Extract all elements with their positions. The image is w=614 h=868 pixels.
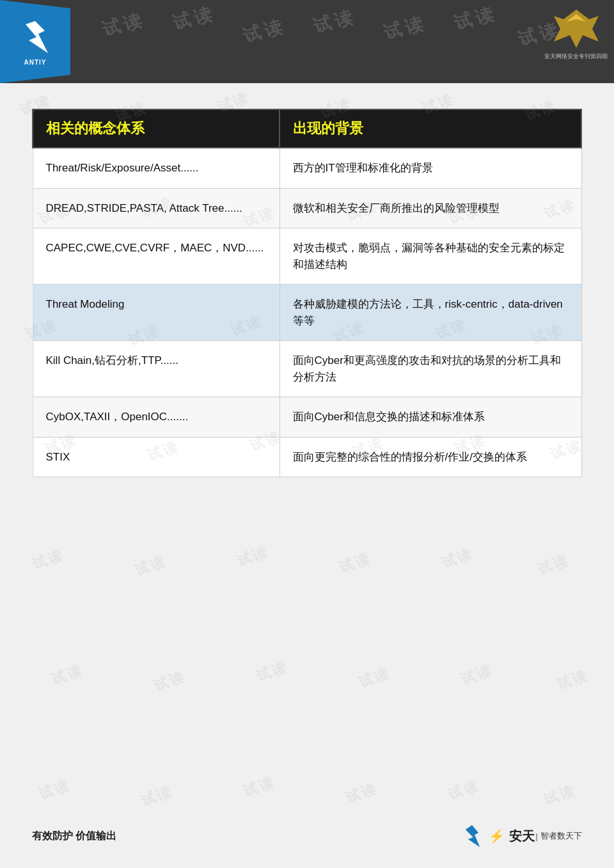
- table-cell-left-0: Threat/Risk/Exposure/Asset......: [33, 148, 279, 188]
- footer-logo-icon: [459, 823, 485, 849]
- table-cell-right-0: 西方的IT管理和标准化的背景: [279, 148, 581, 188]
- table-header-row: 相关的概念体系 出现的背景: [33, 109, 581, 148]
- table-cell-right-6: 面向更完整的综合性的情报分析/作业/交换的体系: [279, 437, 581, 477]
- footer-logo: ⚡ 安天 | 智者数天下: [459, 823, 582, 849]
- wm-r5c6: 试读: [535, 550, 572, 580]
- antiy-logo-icon: [16, 18, 54, 56]
- col2-header: 出现的背景: [279, 109, 581, 148]
- table-cell-right-3: 各种威胁建模的方法论，工具，risk-centric，data-driven等等: [279, 285, 581, 341]
- table-cell-left-1: DREAD,STRIDE,PASTA, Attack Tree......: [33, 188, 279, 228]
- table-cell-left-3: Threat Modeling: [33, 285, 279, 341]
- footer: 有效防护 价值输出 ⚡ 安天 | 智者数天下: [0, 823, 614, 849]
- footer-logo-text: ⚡ 安天: [489, 828, 534, 845]
- wm-r5c2: 试读: [132, 551, 169, 581]
- header-wm-2: 试读: [170, 1, 219, 36]
- wm-r7c5: 试读: [445, 775, 483, 805]
- wm-r6c1: 试读: [49, 660, 86, 690]
- wm-r6c6: 试读: [554, 665, 592, 695]
- svg-marker-4: [466, 825, 480, 847]
- table-row: STIX面向更完整的综合性的情报分析/作业/交换的体系: [33, 437, 581, 477]
- wm-r7c4: 试读: [343, 778, 381, 808]
- header-wm-3: 试读: [240, 14, 289, 49]
- header-wm-1: 试读: [100, 8, 148, 42]
- header-watermark-area: 试读 试读 试读 试读 试读 试读 试读: [70, 0, 614, 83]
- table-cell-left-5: CybOX,TAXII，OpenIOC.......: [33, 397, 279, 438]
- header-wm-5: 试读: [381, 11, 430, 45]
- header-logo: ANTIY: [0, 0, 70, 83]
- wm-r5c3: 试读: [234, 542, 272, 571]
- wm-r7c1: 试读: [36, 775, 74, 805]
- table-cell-left-6: STIX: [33, 437, 279, 477]
- table-cell-right-4: 面向Cyber和更高强度的攻击和对抗的场景的分析工具和分析方法: [279, 341, 581, 397]
- header-wm-4: 试读: [311, 4, 359, 39]
- table-row: DREAD,STRIDE,PASTA, Attack Tree......微软和…: [33, 188, 581, 228]
- table-row: Threat Modeling各种威胁建模的方法论，工具，risk-centri…: [33, 285, 581, 341]
- brand-logo-icon: [551, 6, 602, 51]
- header-wm-6: 试读: [452, 1, 500, 36]
- header-brand: 安天网络安全专刊第四期: [544, 6, 608, 61]
- wm-r5c5: 试读: [439, 544, 476, 573]
- table-row: Threat/Risk/Exposure/Asset......西方的IT管理和…: [33, 148, 581, 188]
- table-cell-right-5: 面向Cyber和信息交换的描述和标准体系: [279, 397, 581, 438]
- table-cell-left-2: CAPEC,CWE,CVE,CVRF，MAEC，NVD......: [33, 228, 279, 285]
- footer-logo-sub: 智者数天下: [540, 830, 582, 842]
- wm-r5c4: 试读: [336, 548, 374, 578]
- logo-text: ANTIY: [24, 59, 47, 66]
- footer-antiy-icon: ⚡: [489, 829, 505, 843]
- svg-marker-0: [26, 21, 48, 53]
- table-cell-right-1: 微软和相关安全厂商所推出的风险管理模型: [279, 188, 581, 228]
- table-row: Kill Chain,钻石分析,TTP......面向Cyber和更高强度的攻击…: [33, 341, 581, 397]
- table-cell-left-4: Kill Chain,钻石分析,TTP......: [33, 341, 279, 397]
- footer-antiy-label: 安天: [509, 829, 535, 843]
- header-brand-sub: 安天网络安全专刊第四期: [544, 52, 608, 61]
- wm-r6c2: 试读: [151, 667, 189, 696]
- footer-slogan: 有效防护 价值输出: [32, 830, 116, 843]
- wm-r6c5: 试读: [458, 660, 496, 690]
- wm-r6c4: 试读: [356, 663, 393, 693]
- table-row: CAPEC,CWE,CVE,CVRF，MAEC，NVD......对攻击模式，脆…: [33, 228, 581, 285]
- wm-r6c3: 试读: [253, 657, 291, 686]
- table-row: CybOX,TAXII，OpenIOC.......面向Cyber和信息交换的描…: [33, 397, 581, 438]
- col1-header: 相关的概念体系: [33, 109, 279, 148]
- wm-r7c6: 试读: [541, 780, 579, 810]
- table-cell-right-2: 对攻击模式，脆弱点，漏洞等各种基础的安全元素的标定和描述结构: [279, 228, 581, 285]
- main-content: 相关的概念体系 出现的背景 Threat/Risk/Exposure/Asset…: [0, 83, 614, 496]
- wm-r7c2: 试读: [138, 782, 176, 811]
- header: ANTIY 试读 试读 试读 试读 试读 试读 试读 安天网络安全专刊第四期: [0, 0, 614, 83]
- wm-r7c3: 试读: [240, 772, 278, 801]
- content-table: 相关的概念体系 出现的背景 Threat/Risk/Exposure/Asset…: [32, 109, 582, 477]
- wm-r5c1: 试读: [29, 545, 67, 574]
